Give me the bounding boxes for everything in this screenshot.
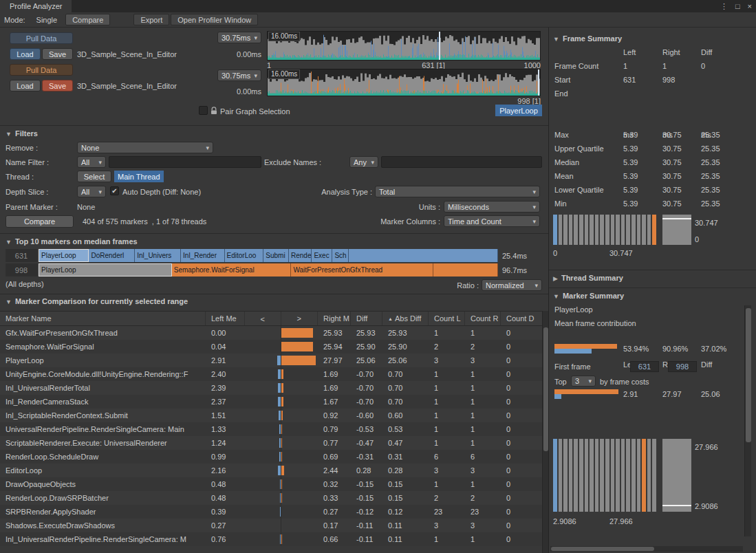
histogram-bar	[590, 439, 594, 512]
marker-comparison-header[interactable]: ▼Marker Comparison for currently selecte…	[6, 297, 188, 305]
table-row[interactable]: RenderLoop.DrawSRPBatcher0.480.33-0.150.…	[0, 491, 542, 505]
name-filter-mode-dropdown[interactable]: All▾	[77, 156, 106, 168]
left-cost-bar	[554, 394, 561, 399]
table-row[interactable]: Semaphore.WaitForSignal0.0425.9425.9025.…	[0, 340, 542, 354]
filters-section-header[interactable]: ▼Filters	[6, 129, 38, 138]
top10-segment[interactable]: Exec	[312, 249, 332, 262]
value-bars-cell	[245, 381, 318, 395]
column-header-marker-name[interactable]: Marker Name	[0, 312, 206, 325]
exclude-mode-dropdown[interactable]: Any▾	[349, 156, 378, 168]
scrollbar-thumb[interactable]	[543, 327, 548, 451]
column-header-count-right[interactable]: Count R	[465, 312, 501, 325]
top10-segment[interactable]: DoRenderl	[89, 249, 135, 262]
top10-segment[interactable]: Semaphore.WaitForSignal	[172, 263, 292, 276]
scrollbar-thumb[interactable]	[746, 308, 751, 442]
marker-summary-scrollbar[interactable]	[744, 305, 751, 536]
top10-bar-0: PlayerLoopDoRenderlInl_UniversInl_Render…	[39, 249, 498, 262]
table-row[interactable]: UnityEngine.CoreModule.dll!UnityEngine.R…	[0, 367, 542, 381]
first-frame-left-button[interactable]: 631	[630, 361, 659, 372]
table-row[interactable]: UniversalRenderPipeline.RenderSingleCame…	[0, 422, 542, 436]
left-ms-cell: 1.33	[206, 422, 245, 436]
analysis-type-dropdown[interactable]: Total▾	[375, 186, 540, 197]
right-frame-time-graph[interactable]	[267, 69, 541, 96]
window-tab[interactable]: Profile Analyzer	[0, 0, 72, 12]
marker-columns-dropdown[interactable]: Time and Count▾	[444, 215, 540, 227]
column-header-bars[interactable]: <>	[245, 312, 318, 325]
open-profiler-window-button[interactable]: Open Profiler Window	[171, 14, 258, 25]
column-header-left-bar[interactable]: <	[245, 312, 281, 325]
top10-segment[interactable]: WaitForPresentOnGfxThread	[291, 263, 433, 276]
table-row[interactable]: Shadows.ExecuteDrawShadows0.270.17-0.110…	[0, 519, 542, 532]
table-row[interactable]: Gfx.WaitForPresentOnGfxThread0.0025.9325…	[0, 326, 542, 340]
top10-segment[interactable]: Rende	[289, 249, 312, 262]
pair-graph-selection-checkbox[interactable]	[199, 106, 208, 115]
top10-segment[interactable]: PlayerLoop	[39, 249, 89, 262]
top10-segment[interactable]: EditorLoo	[225, 249, 264, 262]
top10-segment[interactable]	[433, 263, 498, 276]
depth-slice-dropdown[interactable]: All▾	[77, 186, 106, 197]
mode-compare-button[interactable]: Compare	[65, 14, 110, 25]
column-header-abs-diff[interactable]: ▲Abs Diff	[382, 312, 429, 325]
marker-summary-header[interactable]: ▼Marker Summary	[553, 292, 624, 300]
marker-table-scrollbar[interactable]	[542, 311, 548, 553]
top-n-dropdown[interactable]: 3▾	[571, 376, 596, 387]
selected-marker-badge[interactable]: PlayerLoop	[495, 105, 542, 116]
table-row[interactable]: RenderLoop.ScheduleDraw0.990.69-0.310.31…	[0, 450, 542, 464]
table-row[interactable]: ScriptableRenderer.Execute: UniversalRen…	[0, 436, 542, 450]
top10-segment[interactable]: PlayerLoop	[39, 263, 172, 276]
thread-summary-header[interactable]: ▶Thread Summary	[553, 274, 623, 282]
thread-select-button[interactable]: Select	[77, 171, 111, 182]
load-left-button[interactable]: Load	[10, 48, 41, 60]
mode-single-button[interactable]: Single	[30, 14, 65, 25]
diff-cell: -0.11	[351, 519, 382, 532]
table-row[interactable]: EditorLoop2.162.440.280.28330	[0, 464, 542, 477]
column-header-count-left[interactable]: Count L	[429, 312, 465, 325]
left-frame-time-graph[interactable]	[267, 31, 541, 61]
compare-button[interactable]: Compare	[6, 215, 74, 228]
scrollbar-thumb[interactable]	[551, 547, 654, 551]
top10-segment[interactable]: Inl_Render	[181, 249, 224, 262]
right-graph-scale-dropdown[interactable]: 30.75ms▾	[217, 69, 261, 81]
table-row[interactable]: Inl_RenderCameraStack2.371.67-0.700.7011…	[0, 395, 542, 409]
pull-data-left-button[interactable]: Pull Data	[10, 32, 73, 44]
save-right-button[interactable]: Save	[42, 80, 73, 91]
count-left-cell: 1	[429, 409, 465, 422]
table-row[interactable]: Inl_UniversalRenderPipeline.RenderSingle…	[0, 532, 542, 546]
save-left-button[interactable]: Save	[42, 48, 73, 60]
column-header-diff[interactable]: Diff	[351, 312, 382, 325]
table-row[interactable]: PlayerLoop2.9127.9725.0625.06330	[0, 354, 542, 367]
column-header-count-diff[interactable]: Count D	[501, 312, 542, 325]
exclude-names-input[interactable]	[381, 156, 542, 168]
units-dropdown[interactable]: Milliseconds▾	[444, 201, 540, 213]
table-row[interactable]: DrawOpaqueObjects0.480.32-0.150.15110	[0, 477, 542, 491]
top10-segment[interactable]	[349, 249, 498, 262]
frame-summary-header[interactable]: ▼Frame Summary	[553, 34, 622, 43]
marker-summary-hscrollbar[interactable]	[550, 546, 743, 552]
column-header-right-mean[interactable]: Right M	[318, 312, 351, 325]
remove-dropdown[interactable]: None▾	[77, 142, 213, 153]
top10-segment[interactable]: Submi	[263, 249, 289, 262]
column-header-left-mean[interactable]: Left Me	[206, 312, 245, 325]
load-right-button[interactable]: Load	[10, 80, 41, 91]
column-header-right-bar[interactable]: >	[281, 314, 318, 323]
top10-section-header[interactable]: ▼Top 10 markers on median frames	[6, 237, 138, 246]
auto-depth-checkbox[interactable]: ✔	[110, 186, 119, 195]
kebab-menu-icon[interactable]: ⋮	[720, 2, 728, 11]
table-row[interactable]: SRPBRender.ApplyShader0.390.27-0.120.122…	[0, 505, 542, 519]
top10-segment[interactable]: Sch	[332, 249, 348, 262]
table-row[interactable]: Inl_ScriptableRenderContext.Submit1.510.…	[0, 409, 542, 422]
histogram-bar	[616, 439, 620, 512]
close-icon[interactable]: ×	[748, 2, 752, 10]
name-filter-input[interactable]	[109, 156, 261, 168]
ratio-dropdown[interactable]: Normalized▾	[482, 279, 542, 291]
first-frame-right-button[interactable]: 998	[668, 361, 697, 372]
pull-data-right-button[interactable]: Pull Data	[10, 64, 73, 76]
table-row[interactable]: Inl_UniversalRenderTotal2.391.69-0.700.7…	[0, 381, 542, 395]
left-graph-min-label: 0.00ms	[226, 50, 261, 58]
top10-segment[interactable]: Inl_Univers	[135, 249, 181, 262]
left-graph-scale-dropdown[interactable]: 30.75ms▾	[217, 32, 261, 43]
export-button[interactable]: Export	[133, 14, 169, 25]
right-ms-cell: 27.97	[318, 354, 351, 367]
maximize-icon[interactable]: □	[735, 2, 740, 10]
diff-cell: 25.93	[351, 326, 382, 340]
